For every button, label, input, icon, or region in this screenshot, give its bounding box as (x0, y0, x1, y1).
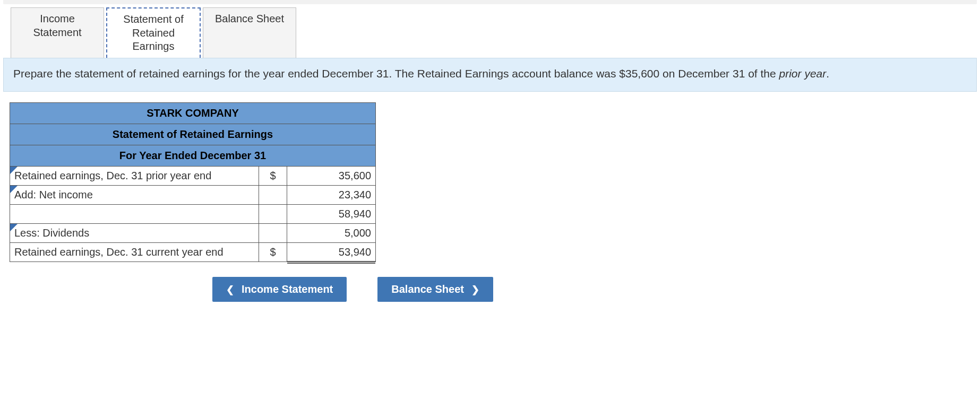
table-row: Retained earnings, Dec. 31 current year … (10, 243, 376, 262)
statement-table: STARK COMPANY Statement of Retained Earn… (10, 102, 376, 262)
next-button-label: Balance Sheet (391, 283, 464, 295)
statement-wrap: STARK COMPANY Statement of Retained Earn… (10, 102, 977, 262)
page: Income Statement Statement of Retained E… (0, 4, 980, 323)
row-label-input[interactable] (10, 205, 259, 224)
header-period-row: For Year Ended December 31 (10, 145, 376, 167)
table-row: Less: Dividends 5,000 (10, 224, 376, 243)
tabs: Income Statement Statement of Retained E… (3, 4, 977, 58)
tab-label: Income Statement (33, 13, 81, 38)
row-value: 53,940 (287, 243, 376, 262)
tab-label: Statement of Retained Earnings (123, 13, 183, 52)
header-company-row: STARK COMPANY (10, 103, 376, 124)
row-symbol (259, 186, 287, 205)
row-symbol: $ (259, 243, 287, 262)
row-label-input[interactable]: Less: Dividends (10, 224, 259, 243)
instructions-text-b: . (826, 67, 829, 80)
table-row: Add: Net income 23,340 (10, 186, 376, 205)
prev-button-label: Income Statement (242, 283, 333, 295)
instructions-text-a: Prepare the statement of retained earnin… (13, 67, 779, 80)
nav-row: ❮ Income Statement Balance Sheet ❯ (10, 277, 977, 302)
table-row: 58,940 (10, 205, 376, 224)
tab-retained-earnings[interactable]: Statement of Retained Earnings (106, 7, 201, 58)
row-label-input[interactable]: Add: Net income (10, 186, 259, 205)
next-button[interactable]: Balance Sheet ❯ (377, 277, 493, 302)
row-value-input[interactable]: 35,600 (287, 167, 376, 186)
tab-label: Balance Sheet (215, 13, 284, 24)
row-value-input[interactable]: 5,000 (287, 224, 376, 243)
row-symbol (259, 224, 287, 243)
prev-button[interactable]: ❮ Income Statement (212, 277, 347, 302)
header-title-row: Statement of Retained Earnings (10, 124, 376, 145)
statement-period: For Year Ended December 31 (10, 145, 376, 167)
top-strip (3, 0, 977, 4)
chevron-right-icon: ❯ (471, 284, 479, 295)
statement-title: Statement of Retained Earnings (10, 124, 376, 145)
row-label-input[interactable]: Retained earnings, Dec. 31 prior year en… (10, 167, 259, 186)
company-name: STARK COMPANY (10, 103, 376, 124)
tab-income-statement[interactable]: Income Statement (11, 7, 104, 58)
row-symbol (259, 205, 287, 224)
row-value-input[interactable]: 23,340 (287, 186, 376, 205)
instructions-em: prior year (779, 67, 827, 80)
row-label: Retained earnings, Dec. 31 current year … (10, 243, 259, 262)
chevron-left-icon: ❮ (226, 284, 234, 295)
table-row: Retained earnings, Dec. 31 prior year en… (10, 167, 376, 186)
tab-balance-sheet[interactable]: Balance Sheet (203, 7, 296, 58)
row-symbol: $ (259, 167, 287, 186)
instructions-banner: Prepare the statement of retained earnin… (3, 58, 977, 92)
row-value-input[interactable]: 58,940 (287, 205, 376, 224)
